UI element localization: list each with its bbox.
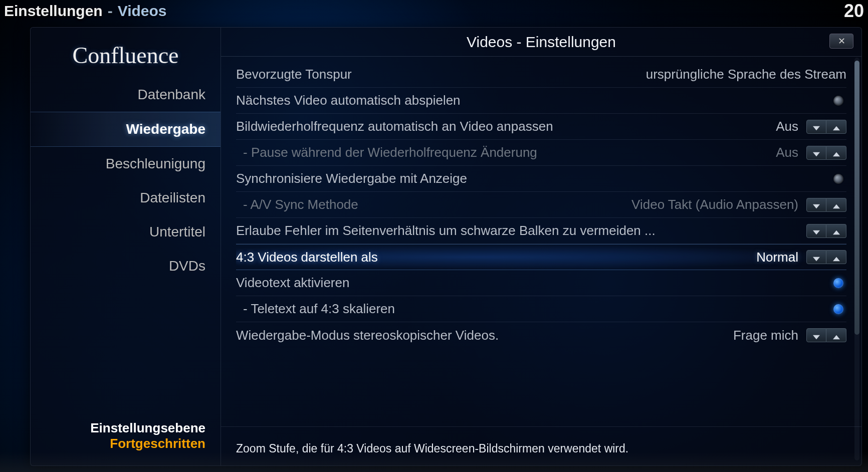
setting-value: Video Takt (Audio Anpassen) <box>631 197 798 212</box>
settings-level-label: Einstellungsebene <box>46 420 205 436</box>
spinner-down-button[interactable] <box>806 328 826 342</box>
spinner-down-button[interactable] <box>806 198 826 212</box>
toggle-radio[interactable] <box>833 174 843 184</box>
spinner <box>806 146 846 160</box>
sidebar: Confluence DatenbankWiedergabeBeschleuni… <box>31 28 221 465</box>
chevron-down-icon <box>813 328 820 343</box>
chevron-down-icon <box>813 197 820 212</box>
breadcrumb-separator: - <box>108 3 113 20</box>
spinner-down-button[interactable] <box>806 224 826 238</box>
chevron-up-icon <box>833 145 840 160</box>
main-header: Videos - Einstellungen ✕ <box>221 28 861 57</box>
chevron-down-icon <box>813 119 820 134</box>
breadcrumb-section: Einstellungen <box>4 3 103 20</box>
close-button[interactable]: ✕ <box>829 34 853 49</box>
setting-label: Videotext aktivieren <box>236 275 833 291</box>
setting-label: 4:3 Videos darstellen als <box>236 250 756 265</box>
close-icon: ✕ <box>838 36 845 47</box>
setting-row-display-4-3[interactable]: 4:3 Videos darstellen alsNormal <box>236 244 846 270</box>
setting-row-aspect-error[interactable]: Erlaube Fehler im Seitenverhältnis um sc… <box>236 218 846 244</box>
svg-marker-10 <box>813 335 820 339</box>
spinner <box>806 120 846 134</box>
sidebar-item-3[interactable]: Dateilisten <box>31 181 221 215</box>
chevron-up-icon <box>833 250 840 265</box>
spinner-up-button[interactable] <box>826 250 846 264</box>
spinner-down-button[interactable] <box>806 146 826 160</box>
chevron-down-icon <box>813 223 820 239</box>
setting-description: Zoom Stufe, die für 4:3 Videos auf Wides… <box>221 426 861 465</box>
setting-row-sync-playback[interactable]: Synchronisiere Wiedergabe mit Anzeige <box>236 166 846 192</box>
svg-marker-11 <box>833 335 840 339</box>
svg-marker-9 <box>833 257 840 261</box>
confluence-logo: Confluence <box>31 33 221 78</box>
spinner <box>806 250 846 264</box>
breadcrumb-bar: Einstellungen - Videos 20 <box>0 0 868 22</box>
settings-rows: Bevorzugte Tonspurursprüngliche Sprache … <box>221 57 861 422</box>
toggle-radio[interactable] <box>833 304 843 314</box>
chevron-up-icon <box>833 197 840 212</box>
spinner-up-button[interactable] <box>826 198 846 212</box>
spinner-up-button[interactable] <box>826 224 846 238</box>
settings-window: Confluence DatenbankWiedergabeBeschleuni… <box>30 27 862 466</box>
chevron-up-icon <box>833 223 840 239</box>
spinner-up-button[interactable] <box>826 120 846 134</box>
spinner-up-button[interactable] <box>826 328 846 342</box>
spinner-down-button[interactable] <box>806 250 826 264</box>
svg-marker-1 <box>833 126 840 130</box>
setting-row-teletext-scale[interactable]: - Teletext auf 4:3 skalieren <box>236 296 846 322</box>
svg-marker-7 <box>833 230 840 234</box>
scrollbar[interactable] <box>854 58 859 460</box>
chevron-down-icon <box>813 145 820 160</box>
svg-marker-5 <box>833 204 840 208</box>
setting-label: Bildwiederholfrequenz automatisch an Vid… <box>236 119 776 134</box>
setting-value: Aus <box>776 145 798 160</box>
chevron-up-icon <box>833 119 840 134</box>
toggle-radio[interactable] <box>833 278 843 288</box>
setting-value: Frage mich <box>733 328 798 343</box>
setting-row-pref-audio-lang[interactable]: Bevorzugte Tonspurursprüngliche Sprache … <box>236 62 846 88</box>
breadcrumb-subsection: Videos <box>118 3 167 20</box>
setting-label: Nächstes Video automatisch abspielen <box>236 93 833 108</box>
spinner <box>806 198 846 212</box>
setting-value: Aus <box>776 119 798 134</box>
svg-marker-6 <box>813 230 820 234</box>
svg-marker-8 <box>813 257 820 261</box>
settings-level[interactable]: Einstellungsebene Fortgeschritten <box>31 415 221 460</box>
setting-value: Normal <box>756 250 798 265</box>
setting-label: - A/V Sync Methode <box>236 197 631 212</box>
setting-row-teletext-enable[interactable]: Videotext aktivieren <box>236 270 846 296</box>
sidebar-item-0[interactable]: Datenbank <box>31 78 221 112</box>
svg-marker-4 <box>813 204 820 208</box>
setting-label: Erlaube Fehler im Seitenverhältnis um sc… <box>236 223 803 239</box>
setting-row-stereo-mode[interactable]: Wiedergabe-Modus stereoskopischer Videos… <box>236 322 846 348</box>
sidebar-item-5[interactable]: DVDs <box>31 249 221 283</box>
setting-row-adjust-refresh[interactable]: Bildwiederholfrequenz automatisch an Vid… <box>236 114 846 140</box>
setting-label: - Pause während der Wiederholfrequenz Än… <box>236 145 776 160</box>
clock: 20 <box>844 1 864 22</box>
svg-marker-3 <box>833 152 840 156</box>
scrollbar-thumb[interactable] <box>854 61 859 335</box>
spinner-up-button[interactable] <box>826 146 846 160</box>
spinner-down-button[interactable] <box>806 120 826 134</box>
setting-label: Wiedergabe-Modus stereoskopischer Videos… <box>236 328 733 343</box>
toggle-radio[interactable] <box>833 96 843 106</box>
spinner <box>806 224 846 238</box>
sidebar-item-4[interactable]: Untertitel <box>31 215 221 249</box>
page-title: Videos - Einstellungen <box>467 34 616 51</box>
setting-label: - Teletext auf 4:3 skalieren <box>236 301 833 317</box>
spinner <box>806 328 846 342</box>
setting-label: Bevorzugte Tonspur <box>236 67 646 82</box>
chevron-down-icon <box>813 250 820 265</box>
chevron-up-icon <box>833 328 840 343</box>
sidebar-item-2[interactable]: Beschleunigung <box>31 147 221 181</box>
main-panel: Videos - Einstellungen ✕ Bevorzugte Tons… <box>221 28 861 465</box>
setting-row-av-sync-method[interactable]: - A/V Sync MethodeVideo Takt (Audio Anpa… <box>236 192 846 218</box>
sidebar-items: DatenbankWiedergabeBeschleunigungDateili… <box>31 78 221 283</box>
svg-marker-2 <box>813 152 820 156</box>
setting-label: Synchronisiere Wiedergabe mit Anzeige <box>236 171 833 186</box>
settings-level-value: Fortgeschritten <box>46 436 205 451</box>
setting-row-auto-play-next[interactable]: Nächstes Video automatisch abspielen <box>236 88 846 114</box>
svg-marker-0 <box>813 126 820 130</box>
sidebar-item-1[interactable]: Wiedergabe <box>31 112 221 147</box>
setting-row-pause-during-refresh[interactable]: - Pause während der Wiederholfrequenz Än… <box>236 140 846 166</box>
